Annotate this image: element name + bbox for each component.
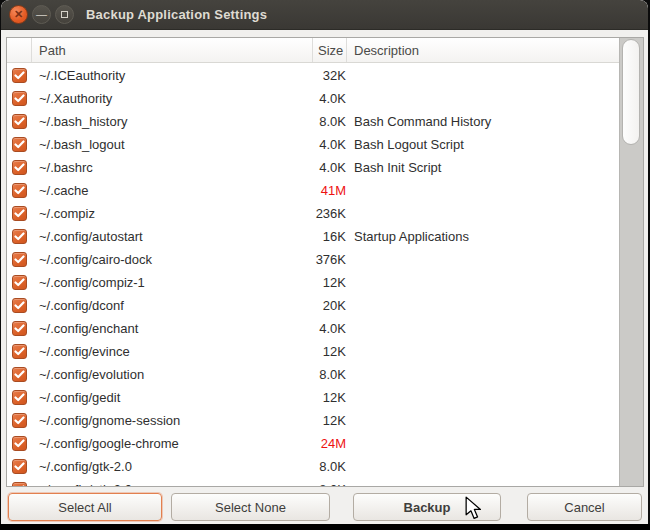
select-none-button[interactable]: Select None [171,493,330,521]
row-size: 4.0K [313,156,347,179]
row-description [347,432,619,455]
row-path: ~/.config/compiz-1 [32,271,313,294]
row-path: ~/.config/gtk-2.0 [32,455,313,478]
row-description [347,386,619,409]
row-size: 24M [313,432,347,455]
row-checkbox-checked-icon[interactable] [12,68,27,83]
row-size: 8.0K [313,363,347,386]
row-path: ~/.config/gedit [32,386,313,409]
row-size: 376K [313,248,347,271]
row-path: ~/.Xauthority [32,87,313,110]
table-row[interactable]: ~/.config/gtk-2.0 8.0K [7,455,619,478]
row-size: 8.0K [313,110,347,133]
row-checkbox-checked-icon[interactable] [12,482,27,486]
table-row[interactable]: ~/.config/evince 12K [7,340,619,363]
row-checkbox-checked-icon[interactable] [12,160,27,175]
row-checkbox-checked-icon[interactable] [12,344,27,359]
scrollbar-thumb[interactable] [622,39,640,145]
table-row[interactable]: ~/.bash_history 8.0K Bash Command Histor… [7,110,619,133]
row-description: Bash Logout Script [347,133,619,156]
row-path: ~/.config/gtk-3.0 [32,478,313,486]
row-description [347,202,619,225]
row-description [347,64,619,87]
row-path: ~/.bash_logout [32,133,313,156]
row-checkbox-checked-icon[interactable] [12,137,27,152]
table-row[interactable]: ~/.config/google-chrome 24M [7,432,619,455]
row-size: 32K [313,64,347,87]
row-size: 8.0K [313,455,347,478]
close-window-icon[interactable]: ✕ [9,5,28,24]
table-row[interactable]: ~/.config/cairo-dock 376K [7,248,619,271]
table-row[interactable]: ~/.config/gtk-3.0 8.0K [7,478,619,486]
row-path: ~/.config/google-chrome [32,432,313,455]
table-row[interactable]: ~/.compiz 236K [7,202,619,225]
table-row[interactable]: ~/.bashrc 4.0K Bash Init Script [7,156,619,179]
header-description[interactable]: Description [347,38,643,62]
row-size: 4.0K [313,87,347,110]
header-checkbox-column [7,38,32,62]
row-description [347,455,619,478]
row-path: ~/.bash_history [32,110,313,133]
row-description [347,248,619,271]
row-checkbox-checked-icon[interactable] [12,298,27,313]
table-header[interactable]: Path Size Description [7,38,643,63]
row-checkbox-checked-icon[interactable] [12,206,27,221]
row-checkbox-checked-icon[interactable] [12,183,27,198]
table-row[interactable]: ~/.config/dconf 20K [7,294,619,317]
row-checkbox-checked-icon[interactable] [12,413,27,428]
vertical-scrollbar[interactable] [619,38,643,486]
row-description: Bash Init Script [347,156,619,179]
maximize-window-icon[interactable] [55,5,74,24]
row-size: 20K [313,294,347,317]
row-size: 4.0K [313,317,347,340]
backup-settings-window: ✕ — Backup Application Settings Path Siz… [1,0,648,524]
row-path: ~/.config/evolution [32,363,313,386]
table-row[interactable]: ~/.config/autostart 16K Startup Applicat… [7,225,619,248]
header-path[interactable]: Path [32,38,313,62]
row-size: 8.0K [313,478,347,486]
row-path: ~/.ICEauthority [32,64,313,87]
row-checkbox-checked-icon[interactable] [12,390,27,405]
row-checkbox-checked-icon[interactable] [12,275,27,290]
table-row[interactable]: ~/.Xauthority 4.0K [7,87,619,110]
table-row[interactable]: ~/.cache 41M [7,179,619,202]
row-checkbox-checked-icon[interactable] [12,252,27,267]
table-row[interactable]: ~/.ICEauthority 32K [7,64,619,87]
row-checkbox-checked-icon[interactable] [12,229,27,244]
row-checkbox-checked-icon[interactable] [12,436,27,451]
row-checkbox-checked-icon[interactable] [12,114,27,129]
row-path: ~/.compiz [32,202,313,225]
table-row[interactable]: ~/.config/compiz-1 12K [7,271,619,294]
table-row[interactable]: ~/.config/enchant 4.0K [7,317,619,340]
row-checkbox-checked-icon[interactable] [12,91,27,106]
row-description [347,87,619,110]
cancel-button[interactable]: Cancel [527,493,642,521]
table-row[interactable]: ~/.config/evolution 8.0K [7,363,619,386]
row-path: ~/.bashrc [32,156,313,179]
table-row[interactable]: ~/.config/gedit 12K [7,386,619,409]
row-path: ~/.cache [32,179,313,202]
select-all-button[interactable]: Select All [8,493,162,521]
row-checkbox-checked-icon[interactable] [12,321,27,336]
row-size: 12K [313,409,347,432]
row-size: 16K [313,225,347,248]
row-checkbox-checked-icon[interactable] [12,459,27,474]
row-path: ~/.config/gnome-session [32,409,313,432]
table-row[interactable]: ~/.config/gnome-session 12K [7,409,619,432]
file-list-table: Path Size Description ~/.ICEauthority 32… [6,37,644,487]
row-path: ~/.config/cairo-dock [32,248,313,271]
row-size: 12K [313,386,347,409]
header-size[interactable]: Size [313,38,347,62]
row-size: 236K [313,202,347,225]
backup-button[interactable]: Backup [353,493,501,521]
row-size: 4.0K [313,133,347,156]
row-description [347,294,619,317]
row-description: Bash Command History [347,110,619,133]
row-description [347,340,619,363]
table-row[interactable]: ~/.bash_logout 4.0K Bash Logout Script [7,133,619,156]
row-path: ~/.config/enchant [32,317,313,340]
minimize-window-icon[interactable]: — [32,5,51,24]
row-checkbox-checked-icon[interactable] [12,367,27,382]
row-description: Startup Applications [347,225,619,248]
titlebar[interactable]: ✕ — Backup Application Settings [1,0,648,30]
